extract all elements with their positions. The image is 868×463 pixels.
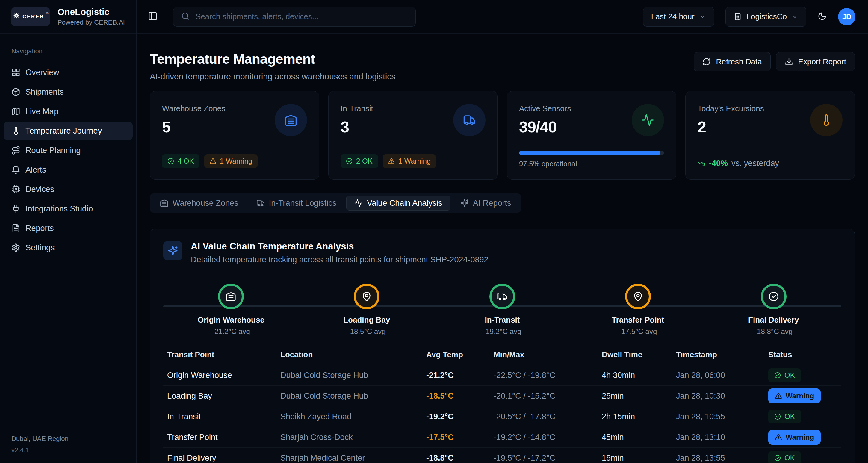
- panel-head: AI Value Chain Temperature Analysis Deta…: [163, 241, 841, 265]
- sidebar-toggle-button[interactable]: [148, 11, 158, 22]
- chip-label: 4 OK: [178, 157, 194, 165]
- ok-chip: 4 OK: [162, 154, 199, 168]
- main-column: Last 24 hour LogisticsCo JD: [136, 0, 868, 463]
- table-row-origin-warehouse: Origin WarehouseDubai Cold Storage Hub-2…: [163, 365, 841, 386]
- column-header-transit-point: Transit Point: [167, 350, 280, 359]
- warning-triangle-icon: [775, 434, 782, 441]
- check-circle-icon: [761, 284, 786, 309]
- sidebar-item-settings[interactable]: Settings: [4, 239, 133, 257]
- thermometer-icon: [810, 104, 842, 136]
- transit-point-avg-temp: -17.5°C avg: [619, 327, 657, 336]
- avatar-initials: JD: [842, 12, 851, 21]
- status-label: OK: [784, 454, 795, 462]
- progress-label: 97.5% operational: [519, 160, 664, 168]
- sidebar-item-reports[interactable]: Reports: [4, 219, 133, 237]
- cereb-logo-icon: [12, 12, 20, 21]
- check-circle-icon: [774, 413, 781, 420]
- sidebar-item-shipments[interactable]: Shipments: [4, 83, 133, 101]
- column-header-avg-temp: Avg Temp: [426, 350, 494, 359]
- theme-toggle-button[interactable]: [818, 12, 827, 22]
- avatar[interactable]: JD: [838, 8, 856, 26]
- status-badge: OK: [768, 368, 801, 382]
- stat-card-in-transit: In-Transit32 OK1 Warning: [328, 91, 498, 180]
- gear-icon: [11, 243, 20, 252]
- time-range-dropdown[interactable]: Last 24 hour: [643, 7, 714, 27]
- stat-texts: In-Transit3: [341, 104, 373, 136]
- app-root: CEREB ® OneLogistic Powered by CEREB.AI …: [0, 0, 868, 463]
- cell-location: Sheikh Zayed Road: [280, 412, 426, 421]
- progress-fill: [519, 151, 660, 155]
- panel-left-icon: [148, 11, 158, 22]
- chip-label: 2 OK: [356, 157, 373, 165]
- tab-in-transit-logistics[interactable]: In-Transit Logistics: [248, 195, 345, 211]
- cell-timestamp: Jan 28, 13:55: [676, 454, 768, 463]
- table-row-in-transit: In-TransitSheikh Zayed Road-19.2°C-20.5°…: [163, 406, 841, 427]
- sidebar-item-overview[interactable]: Overview: [4, 63, 133, 82]
- sidebar-item-devices[interactable]: Devices: [4, 180, 133, 198]
- stat-value: 39/40: [519, 118, 571, 136]
- cell-dwell-time: 2h 15min: [602, 412, 676, 421]
- cell-min-max: -20.1°C / -15.2°C: [494, 392, 602, 401]
- org-label: LogisticsCo: [747, 12, 787, 21]
- building-icon: [734, 12, 742, 21]
- export-report-button[interactable]: Export Report: [776, 52, 855, 71]
- cell-transit-point: Transfer Point: [167, 433, 280, 442]
- cell-min-max: -19.5°C / -17.2°C: [494, 454, 602, 463]
- tab-warehouse-zones[interactable]: Warehouse Zones: [152, 195, 247, 211]
- sidebar-item-route-planning[interactable]: Route Planning: [4, 141, 133, 159]
- table-row-final-delivery: Final DeliverySharjah Medical Center-18.…: [163, 448, 841, 463]
- cell-timestamp: Jan 28, 13:10: [676, 433, 768, 442]
- status-label: Warning: [786, 433, 814, 441]
- search-input[interactable]: [195, 12, 408, 22]
- column-header-min-max: Min/Max: [494, 350, 602, 359]
- package-icon: [11, 88, 20, 96]
- stat-card-active-sensors: Active Sensors39/4097.5% operational: [507, 91, 676, 180]
- warning-triangle-icon: [775, 392, 782, 400]
- trend-value: -40%: [709, 159, 728, 168]
- grid-icon: [11, 68, 20, 77]
- region-label: Dubai, UAE Region: [11, 435, 125, 443]
- transit-point-avg-temp: -18.8°C avg: [754, 327, 793, 336]
- cell-transit-point: Final Delivery: [167, 454, 280, 463]
- nav-section-label: Navigation: [4, 47, 133, 55]
- refresh-data-button[interactable]: Refresh Data: [694, 52, 770, 71]
- stat-cards-row: Warehouse Zones54 OK1 WarningIn-Transit3…: [150, 91, 855, 180]
- tab-ai-reports[interactable]: AI Reports: [452, 195, 519, 211]
- refresh-label: Refresh Data: [716, 57, 762, 66]
- status-badge: Warning: [768, 389, 821, 403]
- tab-value-chain-analysis[interactable]: Value Chain Analysis: [346, 195, 451, 211]
- table-header: Transit PointLocationAvg TempMin/MaxDwel…: [163, 345, 841, 365]
- check-circle-icon: [774, 455, 781, 461]
- warning-chip: 1 Warning: [204, 154, 258, 168]
- sidebar-item-temperature-journey[interactable]: Temperature Journey: [4, 122, 133, 140]
- sensor-progress: 97.5% operational: [519, 151, 664, 168]
- version-label: v2.4.1: [11, 446, 125, 454]
- trending-down-icon: [698, 160, 705, 167]
- warning-triangle-icon: [210, 158, 216, 164]
- sidebar-item-alerts[interactable]: Alerts: [4, 161, 133, 179]
- sidebar-item-live-map[interactable]: Live Map: [4, 102, 133, 120]
- stat-texts: Active Sensors39/40: [519, 104, 571, 136]
- tab-label: Value Chain Analysis: [367, 198, 442, 208]
- org-dropdown[interactable]: LogisticsCo: [725, 7, 806, 27]
- value-chain-panel: AI Value Chain Temperature Analysis Deta…: [150, 229, 855, 463]
- transit-point-avg-temp: -21.2°C avg: [212, 327, 250, 336]
- search-box: [173, 7, 416, 27]
- trend-row: -40%vs. yesterday: [698, 159, 842, 168]
- column-header-location: Location: [280, 350, 426, 359]
- column-header-dwell-time: Dwell Time: [602, 350, 676, 359]
- cell-timestamp: Jan 28, 10:55: [676, 412, 768, 421]
- sidebar-item-integrations-studio[interactable]: Integrations Studio: [4, 200, 133, 218]
- transit-point-in-transit: In-Transit-19.2°C avg: [435, 284, 570, 336]
- stat-top: Warehouse Zones5: [162, 104, 307, 136]
- transit-table: Transit PointLocationAvg TempMin/MaxDwel…: [163, 345, 841, 463]
- search-icon: [181, 12, 190, 22]
- chip-label: 1 Warning: [398, 157, 431, 165]
- cell-avg-temp: -21.2°C: [426, 371, 494, 380]
- status-label: OK: [784, 371, 795, 379]
- plug-icon: [11, 204, 20, 213]
- stat-label: Warehouse Zones: [162, 104, 225, 113]
- stat-badges: 4 OK1 Warning: [162, 154, 307, 168]
- sidebar-item-label: Overview: [26, 68, 59, 77]
- stat-top: Active Sensors39/40: [519, 104, 664, 136]
